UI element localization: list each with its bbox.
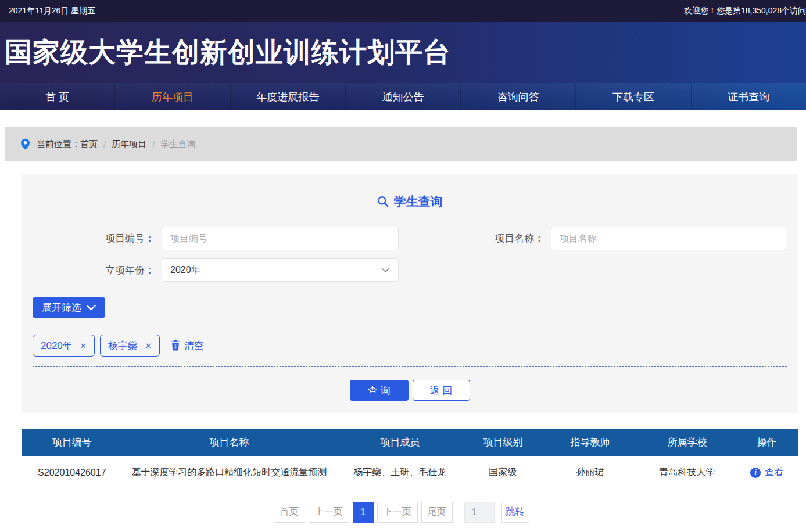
last-page-button[interactable]: 尾页 xyxy=(421,502,453,523)
year-select-value: 2020年 xyxy=(170,264,200,276)
expand-filter-button[interactable]: 展开筛选 xyxy=(33,297,105,318)
project-name-input[interactable] xyxy=(551,227,786,250)
col-school: 所属学校 xyxy=(639,429,736,456)
col-teacher: 指导教师 xyxy=(542,429,639,456)
panel-title: 学生查询 xyxy=(33,194,787,209)
panel-title-text: 学生查询 xyxy=(394,193,443,210)
chevron-down-icon xyxy=(381,268,390,273)
cell-school: 青岛科技大学 xyxy=(639,456,736,490)
close-icon[interactable]: ✕ xyxy=(80,342,87,350)
pagination: 首页 上一页 1 下一页 尾页 跳转 xyxy=(5,502,797,523)
table-header-row: 项目编号 项目名称 项目成员 项目级别 指导教师 所属学校 操作 xyxy=(22,429,798,456)
view-link[interactable]: 查看 xyxy=(765,466,783,479)
col-project-number: 项目编号 xyxy=(22,429,123,456)
year-select[interactable]: 2020年 xyxy=(162,258,399,282)
project-name-label: 项目名称： xyxy=(474,232,544,245)
first-page-button[interactable]: 首页 xyxy=(274,502,305,523)
breadcrumb-current: 学生查询 xyxy=(160,139,195,150)
cell-level: 国家级 xyxy=(464,456,542,490)
trash-icon xyxy=(171,340,180,351)
results-table: 项目编号 项目名称 项目成员 项目级别 指导教师 所属学校 操作 S202010… xyxy=(22,429,798,490)
prev-page-button[interactable]: 上一页 xyxy=(309,502,349,523)
location-pin-icon xyxy=(21,138,30,150)
site-title: 国家级大学生创新创业训练计划平台 xyxy=(5,34,451,71)
query-button[interactable]: 查 询 xyxy=(350,380,409,401)
clear-filters-label: 清空 xyxy=(184,339,204,353)
filter-tag-year[interactable]: 2020年 ✕ xyxy=(33,335,95,357)
filter-tag-label: 杨宇燊 xyxy=(108,339,138,353)
info-icon: i xyxy=(750,468,761,478)
nav-item-notices[interactable]: 通知公告 xyxy=(346,83,461,110)
cell-project-name: 基于深度学习的多路口精细化短时交通流量预测 xyxy=(123,456,336,490)
nav-item-downloads[interactable]: 下载专区 xyxy=(576,83,691,110)
next-page-button[interactable]: 下一页 xyxy=(377,502,418,523)
breadcrumb: 当前位置： 首页 / 历年项目 / 学生查询 xyxy=(5,127,797,161)
breadcrumb-separator: / xyxy=(103,139,106,149)
search-panel: 学生查询 项目编号： 项目名称： 立项年份： 2020年 展开筛选 xyxy=(22,174,798,413)
topbar-welcome: 欢迎您！您是第18,350,028个访问者 xyxy=(684,6,806,16)
jump-button[interactable]: 跳转 xyxy=(501,502,529,523)
table-row: S202010426017 基于深度学习的多路口精细化短时交通流量预测 杨宇燊、… xyxy=(22,456,798,490)
col-level: 项目级别 xyxy=(464,429,542,456)
col-members: 项目成员 xyxy=(336,429,464,456)
filter-tag-student[interactable]: 杨宇燊 ✕ xyxy=(100,335,160,357)
nav-item-annual-report[interactable]: 年度进展报告 xyxy=(231,83,346,110)
topbar-date: 2021年11月26日 星期五 xyxy=(9,6,95,16)
cell-members: 杨宇燊、王研、毛仕龙 xyxy=(336,456,464,490)
year-label: 立项年份： xyxy=(85,264,155,277)
jump-page-input[interactable] xyxy=(464,502,495,523)
filter-tag-label: 2020年 xyxy=(41,339,73,353)
nav-item-past-projects[interactable]: 历年项目 xyxy=(115,83,230,110)
project-number-label: 项目编号： xyxy=(85,232,155,245)
page-1-button[interactable]: 1 xyxy=(353,502,374,523)
main-nav: 首 页 历年项目 年度进展报告 通知公告 咨询问答 下载专区 证书查询 xyxy=(0,83,806,110)
cell-actions: i 查看 xyxy=(736,456,798,490)
dashed-divider xyxy=(33,366,787,367)
cell-teacher: 孙丽珺 xyxy=(542,456,639,490)
search-icon xyxy=(377,196,389,207)
col-project-name: 项目名称 xyxy=(123,429,336,456)
cell-project-number: S202010426017 xyxy=(22,456,123,490)
site-header: 国家级大学生创新创业训练计划平台 xyxy=(0,22,806,83)
col-actions: 操作 xyxy=(736,429,798,456)
nav-item-qa[interactable]: 咨询问答 xyxy=(461,83,576,110)
project-number-input[interactable] xyxy=(162,227,399,250)
nav-item-certificate[interactable]: 证书查询 xyxy=(692,83,806,110)
nav-item-home[interactable]: 首 页 xyxy=(0,83,115,110)
topbar: 2021年11月26日 星期五 欢迎您！您是第18,350,028个访问者 xyxy=(0,0,806,22)
breadcrumb-separator: / xyxy=(152,139,155,149)
content-area: 当前位置： 首页 / 历年项目 / 学生查询 学生查询 项目编号： 项目名称： … xyxy=(5,127,797,523)
back-button[interactable]: 返 回 xyxy=(413,380,470,401)
breadcrumb-past-projects[interactable]: 历年项目 xyxy=(112,139,146,150)
filter-tags-row: 2020年 ✕ 杨宇燊 ✕ 清空 xyxy=(33,335,787,357)
clear-filters-button[interactable]: 清空 xyxy=(171,339,204,353)
breadcrumb-prefix: 当前位置： xyxy=(37,139,80,150)
breadcrumb-home[interactable]: 首页 xyxy=(80,139,98,150)
expand-filter-label: 展开筛选 xyxy=(42,301,81,314)
chevron-down-icon xyxy=(87,305,96,311)
close-icon[interactable]: ✕ xyxy=(145,342,152,350)
